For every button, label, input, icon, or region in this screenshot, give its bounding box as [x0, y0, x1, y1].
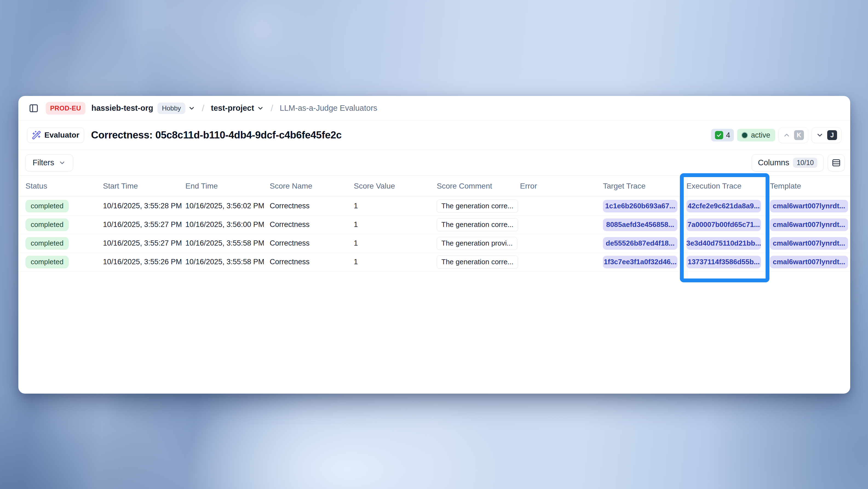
- cell-score-name: Correctness: [270, 258, 354, 266]
- table-row[interactable]: completed 10/16/2025, 3:55:26 PM 10/16/2…: [18, 253, 850, 271]
- column-header-end-time: End Time: [185, 182, 270, 191]
- execution-trace-badge[interactable]: 13737114f3586d55b...: [686, 256, 761, 268]
- next-item-button[interactable]: J: [812, 127, 841, 143]
- column-header-error: Error: [520, 182, 603, 191]
- target-trace-badge[interactable]: 8085aefd3e456858...: [603, 219, 677, 231]
- filters-button[interactable]: Filters: [25, 154, 73, 171]
- status-badge: completed: [26, 219, 69, 231]
- check-icon: [715, 131, 723, 139]
- score-comment-pill[interactable]: The generation corre...: [437, 200, 518, 213]
- columns-count-badge: 10/10: [793, 157, 817, 168]
- execution-trace-badge[interactable]: 7a00007b00fd65c71...: [686, 219, 761, 231]
- cell-start-time: 10/16/2025, 3:55:27 PM: [103, 220, 185, 229]
- breadcrumb-separator: /: [202, 103, 204, 113]
- plan-badge[interactable]: Hobby: [157, 103, 185, 114]
- cell-end-time: 10/16/2025, 3:55:58 PM: [185, 258, 270, 266]
- cell-end-time: 10/16/2025, 3:56:00 PM: [185, 220, 270, 229]
- cell-score-name: Correctness: [270, 239, 354, 248]
- cell-start-time: 10/16/2025, 3:55:26 PM: [103, 258, 185, 266]
- shortcut-key-k: K: [794, 130, 804, 140]
- breadcrumb-page[interactable]: LLM-as-a-Judge Evaluators: [280, 104, 377, 113]
- template-badge[interactable]: cmal6wart007lynrdt...: [770, 237, 848, 250]
- columns-label: Columns: [758, 158, 789, 167]
- evaluator-type-badge: Evaluator: [27, 127, 84, 143]
- environment-badge: PROD-EU: [46, 102, 86, 115]
- shortcut-key-j: J: [827, 130, 837, 140]
- evaluations-count-badge: 4: [711, 129, 734, 141]
- status-badge: active: [737, 129, 775, 141]
- column-header-template: Template: [770, 182, 850, 191]
- cell-end-time: 10/16/2025, 3:55:58 PM: [185, 239, 270, 248]
- column-header-status: Status: [26, 182, 103, 191]
- target-trace-badge[interactable]: de55526b87ed4f18...: [603, 237, 677, 250]
- breadcrumb-separator: /: [271, 103, 273, 113]
- evaluations-count: 4: [726, 131, 730, 140]
- chevron-up-icon: [783, 131, 790, 139]
- cell-start-time: 10/16/2025, 3:55:27 PM: [103, 239, 185, 248]
- cell-score-name: Correctness: [270, 220, 354, 229]
- table-header-row: Status Start Time End Time Score Name Sc…: [18, 175, 850, 197]
- column-header-score-value: Score Value: [354, 182, 437, 191]
- chevron-down-icon: [188, 105, 195, 112]
- evaluator-header: Evaluator Correctness: 05c8c11d-b110-4db…: [18, 121, 850, 150]
- column-header-score-comment: Score Comment: [437, 182, 520, 191]
- table-row[interactable]: completed 10/16/2025, 3:55:27 PM 10/16/2…: [18, 215, 850, 234]
- cell-score-value: 1: [354, 258, 437, 266]
- table-row[interactable]: completed 10/16/2025, 3:55:27 PM 10/16/2…: [18, 234, 850, 253]
- filters-label: Filters: [33, 158, 54, 167]
- wand-sparkles-icon: [32, 131, 41, 140]
- evaluator-type-label: Evaluator: [44, 131, 80, 140]
- chevron-down-icon: [816, 131, 824, 139]
- org-switcher-button[interactable]: [188, 105, 195, 112]
- template-badge[interactable]: cmal6wart007lynrdt...: [770, 256, 848, 268]
- status-badge: completed: [26, 237, 69, 250]
- panel-left-icon: [29, 103, 39, 113]
- project-switcher-button[interactable]: [257, 105, 264, 112]
- cell-start-time: 10/16/2025, 3:55:28 PM: [103, 202, 185, 210]
- score-comment-pill[interactable]: The generation corre...: [437, 256, 518, 269]
- page-title: Correctness: 05c8c11d-b110-4db4-9dcf-c4b…: [91, 130, 342, 141]
- chevron-down-icon: [59, 159, 66, 166]
- columns-button[interactable]: Columns 10/10: [752, 154, 824, 171]
- sidebar-toggle-button[interactable]: [28, 102, 40, 114]
- table-row[interactable]: completed 10/16/2025, 3:55:28 PM 10/16/2…: [18, 197, 850, 215]
- template-badge[interactable]: cmal6wart007lynrdt...: [770, 219, 848, 231]
- status-badge: completed: [26, 256, 69, 268]
- status-badge: completed: [26, 200, 69, 212]
- column-header-execution-trace: Execution Trace: [686, 182, 770, 191]
- breadcrumb-project[interactable]: test-project: [211, 104, 254, 113]
- score-comment-pill[interactable]: The generation corre...: [437, 218, 518, 231]
- cell-score-value: 1: [354, 239, 437, 248]
- app-window: PROD-EU hassieb-test-org Hobby / test-pr…: [18, 96, 850, 394]
- target-trace-badge[interactable]: 1f3c7ee3f1a0f32d46...: [603, 256, 677, 268]
- breadcrumb-org[interactable]: hassieb-test-org: [91, 104, 153, 113]
- cell-score-value: 1: [354, 220, 437, 229]
- target-trace-badge[interactable]: 1c1e6b260b693a67...: [603, 200, 677, 212]
- column-header-target-trace: Target Trace: [603, 182, 686, 191]
- breadcrumb: PROD-EU hassieb-test-org Hobby / test-pr…: [18, 96, 850, 121]
- cell-end-time: 10/16/2025, 3:56:02 PM: [185, 202, 270, 210]
- chevron-down-icon: [257, 105, 264, 112]
- column-header-start-time: Start Time: [103, 182, 185, 191]
- previous-item-button[interactable]: K: [778, 127, 808, 143]
- score-comment-pill[interactable]: The generation provi...: [437, 237, 517, 250]
- cell-score-name: Correctness: [270, 202, 354, 210]
- table-toolbar: Filters Columns 10/10: [18, 150, 850, 175]
- status-label: active: [751, 131, 770, 140]
- row-height-button[interactable]: [828, 154, 845, 171]
- execution-trace-badge[interactable]: 42cfe2e9c621da8a9...: [686, 200, 761, 212]
- template-badge[interactable]: cmal6wart007lynrdt...: [770, 200, 848, 212]
- execution-trace-badge[interactable]: 3e3d40d75110d21bb...: [686, 237, 761, 250]
- column-header-score-name: Score Name: [270, 182, 354, 191]
- table-rows-icon: [832, 158, 841, 168]
- cell-score-value: 1: [354, 202, 437, 210]
- active-dot-icon: [742, 133, 747, 138]
